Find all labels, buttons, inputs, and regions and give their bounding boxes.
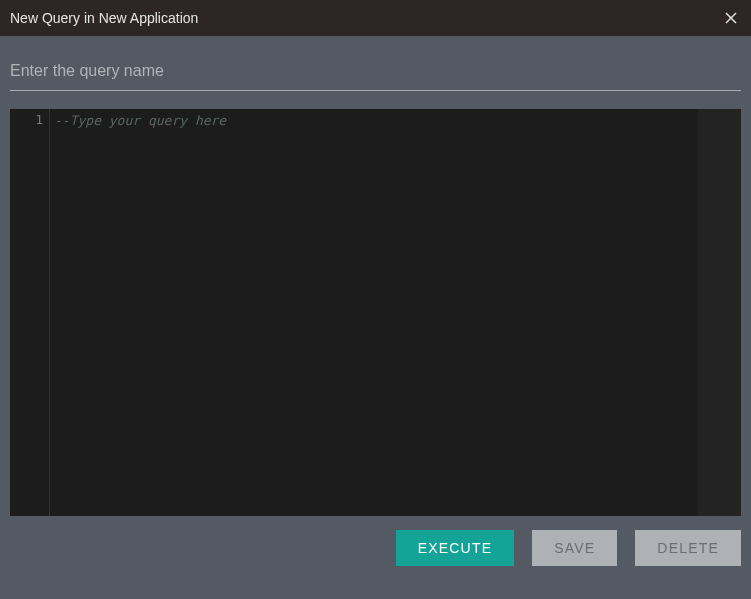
editor-right-margin	[698, 109, 741, 516]
delete-button[interactable]: DELETE	[635, 530, 741, 566]
line-number: 1	[10, 111, 49, 129]
save-button[interactable]: SAVE	[532, 530, 617, 566]
editor-gutter: 1	[10, 109, 50, 516]
dialog-title: New Query in New Application	[10, 10, 198, 26]
close-icon	[725, 12, 737, 24]
titlebar: New Query in New Application	[0, 0, 751, 36]
execute-button[interactable]: EXECUTE	[396, 530, 515, 566]
editor-placeholder: --Type your query here	[54, 113, 226, 128]
code-editor[interactable]: 1 --Type your query here	[10, 109, 741, 516]
button-row: EXECUTE SAVE DELETE	[10, 530, 741, 566]
close-button[interactable]	[721, 8, 741, 28]
query-name-field-wrap	[10, 54, 741, 91]
dialog-content: 1 --Type your query here EXECUTE SAVE DE…	[0, 36, 751, 576]
query-name-input[interactable]	[10, 54, 741, 91]
editor-code-area[interactable]: --Type your query here	[50, 109, 741, 516]
